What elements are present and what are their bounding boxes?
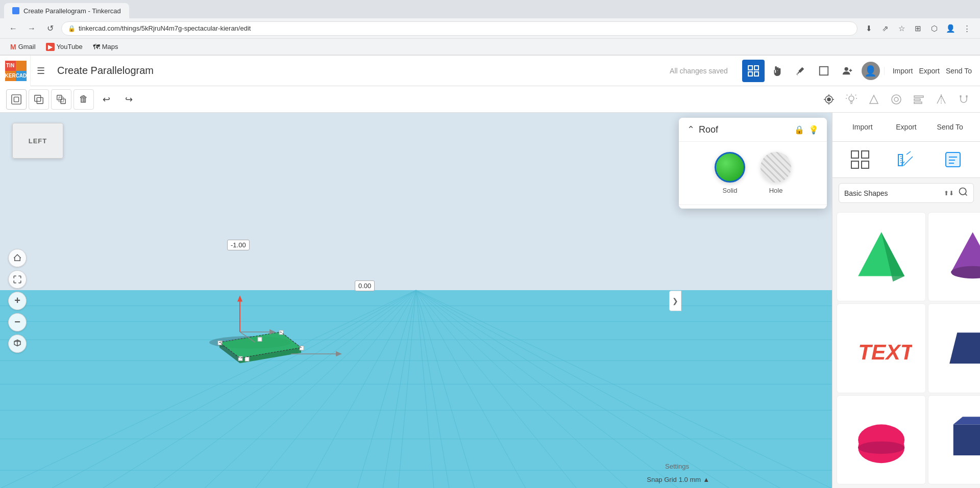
hole-option[interactable]: Hole: [761, 152, 791, 194]
align-button[interactable]: [909, 89, 929, 110]
snap-grid-arrow[interactable]: ▲: [703, 476, 709, 483]
app-header: TIN KER CAD ☰ Create Parallelogram All c…: [0, 56, 980, 86]
shape-panel-icons: 🔒 💡: [794, 125, 819, 135]
sidebar-collapse-button[interactable]: ❯: [669, 291, 681, 311]
duplicate-icon: [56, 94, 67, 105]
magnet-icon: [958, 93, 970, 106]
light-button[interactable]: [841, 89, 862, 110]
camera-view-button[interactable]: [819, 89, 839, 110]
undo-button[interactable]: ↩: [96, 89, 116, 110]
home-view-button[interactable]: [8, 249, 27, 267]
viewport[interactable]: LEFT + −: [0, 113, 832, 488]
sidebar-export-button[interactable]: Export: [885, 119, 928, 135]
reload-button[interactable]: ↺: [43, 21, 57, 36]
window-icon[interactable]: ⬡: [927, 21, 941, 36]
grid-icon: [748, 65, 759, 76]
duplicate-button[interactable]: [51, 89, 71, 110]
bookmark-gmail[interactable]: M Gmail: [6, 41, 40, 53]
view-cube[interactable]: LEFT: [12, 123, 63, 159]
perspective-button[interactable]: [8, 335, 27, 353]
panel-collapse-button[interactable]: ⌃: [687, 124, 695, 135]
sidebar-import-button[interactable]: Import: [841, 119, 885, 135]
x-measurement-label: 0.00: [355, 280, 375, 291]
svg-point-22: [894, 97, 898, 101]
redo-button[interactable]: ↪: [118, 89, 139, 110]
download-icon[interactable]: ⬇: [862, 21, 876, 36]
copy-button[interactable]: [29, 89, 49, 110]
lock-button[interactable]: 🔒: [794, 125, 804, 135]
shape-text[interactable]: TEXT: [837, 303, 926, 393]
shape-green-pyramid[interactable]: [837, 212, 926, 301]
main-toolbar: 🗑 ↩ ↪: [0, 86, 980, 113]
svg-rect-3: [754, 72, 758, 76]
bulb-button[interactable]: 💡: [808, 125, 819, 135]
svg-point-108: [858, 441, 904, 453]
svg-rect-1: [754, 66, 758, 70]
fit-icon: [13, 275, 22, 284]
bookmark-icon[interactable]: ☆: [894, 21, 909, 36]
menu-icon[interactable]: ⋮: [960, 21, 974, 36]
svg-point-93: [960, 188, 966, 195]
user-avatar[interactable]: 👤: [862, 62, 880, 80]
sidebar-note-view[interactable]: [940, 147, 966, 172]
mirror-icon: [935, 93, 947, 106]
solid-shape-button[interactable]: [864, 89, 884, 110]
solid-option[interactable]: Solid: [715, 152, 745, 194]
export-button[interactable]: Export: [919, 67, 939, 75]
address-bar[interactable]: 🔒 tinkercad.com/things/5kRjruN4m7g-spect…: [61, 21, 857, 36]
svg-rect-69: [245, 357, 249, 361]
category-dropdown-arrow[interactable]: ⬆⬇: [944, 190, 954, 197]
forward-button[interactable]: →: [24, 21, 39, 36]
fit-view-button[interactable]: [8, 270, 27, 289]
box-tool-button[interactable]: [813, 60, 835, 82]
mirror-button[interactable]: [931, 89, 951, 110]
grid-view-button[interactable]: [742, 60, 765, 82]
browser-nav-bar: ← → ↺ 🔒 tinkercad.com/things/5kRjruN4m7g…: [0, 18, 980, 39]
lock-icon: 🔒: [68, 25, 76, 32]
youtube-icon: ▶: [46, 43, 55, 51]
add-user-button[interactable]: [836, 60, 859, 82]
svg-rect-25: [914, 102, 922, 104]
sidebar-grid-view[interactable]: [847, 147, 873, 172]
sidebar-send-to-button[interactable]: Send To: [928, 119, 972, 135]
send-to-button[interactable]: Send To: [946, 67, 972, 75]
pick-tool-button[interactable]: [789, 60, 812, 82]
search-button[interactable]: [958, 187, 968, 199]
shape-panel-bottom: [679, 204, 827, 209]
bookmark-youtube[interactable]: ▶ YouTube: [42, 41, 87, 53]
svg-rect-23: [914, 96, 923, 97]
back-button[interactable]: ←: [6, 21, 20, 36]
maps-label: Maps: [102, 43, 118, 50]
import-button[interactable]: Import: [893, 67, 913, 75]
shape-navy-box[interactable]: [928, 395, 980, 484]
shape-blue-prism[interactable]: [928, 303, 980, 393]
profile-icon[interactable]: 👤: [943, 21, 958, 36]
shape-pink-dome[interactable]: [837, 395, 926, 484]
svg-rect-68: [258, 337, 262, 341]
logo-t: TIN: [5, 61, 16, 71]
share-icon[interactable]: ⇗: [878, 21, 892, 36]
zoom-in-button[interactable]: +: [8, 292, 27, 310]
svg-rect-0: [748, 66, 752, 70]
y-measurement-label: -1.00: [227, 240, 250, 250]
svg-rect-2: [748, 72, 752, 76]
app-container: TIN KER CAD ☰ Create Parallelogram All c…: [0, 56, 980, 488]
hamburger-button[interactable]: ☰: [31, 56, 51, 86]
delete-button[interactable]: 🗑: [74, 89, 94, 110]
svg-point-21: [892, 95, 901, 104]
shape-purple-pyramid[interactable]: [928, 212, 980, 301]
bookmark-maps[interactable]: 🗺 Maps: [89, 41, 122, 53]
new-shape-button[interactable]: [6, 89, 27, 110]
sidebar-ruler-view[interactable]: [894, 147, 919, 172]
tinkercad-logo-area[interactable]: TIN KER CAD: [0, 56, 31, 86]
hand-tool-button[interactable]: [766, 60, 788, 82]
svg-rect-15: [59, 97, 63, 101]
active-tab[interactable]: Create Parallelogram - Tinkercad: [4, 3, 129, 18]
extension-icon[interactable]: ⊞: [911, 21, 925, 36]
cube-icon: [13, 339, 22, 348]
zoom-out-button[interactable]: −: [8, 313, 27, 331]
toolbar-right: [819, 89, 974, 110]
pink-dome-icon: [850, 409, 912, 471]
magnet-button[interactable]: [953, 89, 974, 110]
hole-shape-button[interactable]: [886, 89, 906, 110]
